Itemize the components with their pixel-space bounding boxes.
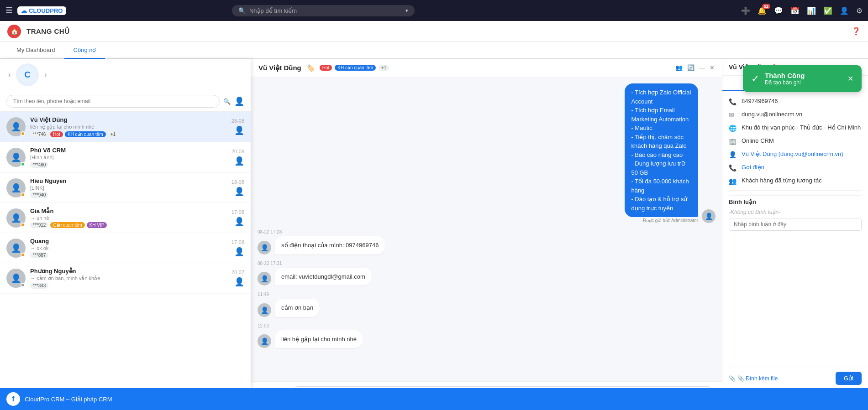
comment-empty: -Không có Bình luận- — [729, 209, 862, 215]
comments-title: Bình luận — [729, 195, 862, 205]
contact-panel: ‹ C › 🔍 👤 👤 Vũ Việt Dũng — [0, 59, 251, 406]
chart-icon[interactable]: 📊 — [807, 6, 816, 15]
msg-group: 12:03 👤 liên hệ gặp lại cho mình nhé — [258, 323, 715, 348]
tabs-bar: My Dashboard Công nợ — [0, 42, 868, 59]
minimize-icon[interactable]: — — [699, 64, 705, 71]
notifications-icon[interactable]: 🔔 52 — [758, 6, 767, 15]
contact-item[interactable]: 👤 Gia Mẫn → uh nè ***912 Cần quan tâm KH… — [0, 203, 251, 233]
hamburger-icon[interactable]: ☰ — [5, 5, 13, 16]
tab-my-dashboard[interactable]: My Dashboard — [7, 42, 64, 59]
info-row-email: ✉ dung.vu@onlinecrm.vn — [729, 111, 862, 119]
contact-preview: → ok ok — [30, 245, 227, 251]
contact-meta: 18-08 👤 — [231, 179, 244, 197]
toast-close-icon[interactable]: ✕ — [847, 74, 853, 83]
contact-name: Phú Võ CRM — [30, 147, 227, 154]
chat-panel: Vũ Việt Dũng 🏷️ Hot KH cần quan tâm +1 👥… — [251, 59, 722, 406]
tag-plus: +1 — [108, 131, 118, 137]
add-icon[interactable]: ➕ — [741, 6, 750, 15]
attach-label: 📎 Đính kèm file — [737, 375, 778, 382]
contact-preview: [LINK] — [30, 185, 227, 191]
message-row: 👤 cảm ơn bạn — [258, 299, 715, 317]
info-row-call: 📞 Gọi điện — [729, 164, 862, 171]
contact-item[interactable]: 👤 Hieu Nguyen [LINK] ***940 18-08 👤 — [0, 173, 251, 203]
chat-icon[interactable]: 💬 — [774, 6, 783, 15]
info-interactions: Khách hàng đã từng tương tác — [742, 177, 822, 184]
contact-tags: ***887 — [30, 252, 227, 258]
success-toast: ✓ Thành Công Đã tạo bản ghi ✕ — [743, 65, 862, 92]
chat-messages: 👤 - Tích hợp Zalo Official Account - Tíc… — [251, 77, 722, 381]
tasks-icon[interactable]: ✅ — [823, 6, 832, 15]
logo-image[interactable]: ☁ CLOUDPRO — [17, 6, 66, 15]
calendar-icon[interactable]: 📅 — [790, 6, 800, 15]
contact-date: 28-07 — [231, 270, 244, 275]
user-icon[interactable]: 👤 — [840, 6, 849, 15]
comment-input[interactable] — [729, 218, 862, 231]
msg-time: 12:03 — [258, 323, 715, 328]
contact-date: 20-08 — [231, 149, 244, 154]
message-row: 👤 liên hệ gặp lại cho mình nhé — [258, 330, 715, 348]
tab-cong-no[interactable]: Công nợ — [64, 42, 105, 59]
chat-contact-name: Vũ Việt Dũng — [258, 64, 301, 72]
contact-meta: 17-08 👤 — [231, 239, 244, 257]
msg-avatar: 👤 — [258, 334, 271, 348]
contact-search-row: 🔍 👤 — [0, 91, 251, 112]
contact-meta: 20-08 👤 — [231, 149, 244, 166]
svg-text:C: C — [25, 70, 31, 79]
status-dot — [21, 131, 25, 136]
contact-name: Vũ Việt Dũng — [30, 116, 227, 123]
contact-info: Phú Võ CRM [Hình ảnh] ***460 — [30, 147, 227, 168]
prev-arrow[interactable]: ‹ — [6, 69, 12, 81]
tag-kh: KH cần quan tâm — [65, 131, 106, 137]
info-owner[interactable]: Vũ Việt Dũng (dung.vu@onlinecrm.vn) — [742, 151, 843, 157]
contact-name: Gia Mẫn — [30, 208, 227, 214]
global-search: 🔍 ▾ — [232, 5, 415, 16]
notification-badge: 52 — [762, 4, 770, 9]
bookmark-icon[interactable]: 🏷️ — [306, 63, 315, 72]
tag: ***912 — [30, 222, 48, 228]
phone-icon: 📞 — [729, 98, 737, 105]
next-arrow[interactable]: › — [42, 69, 48, 81]
search-input[interactable] — [249, 7, 402, 14]
tag: ***343 — [30, 283, 48, 289]
refresh-icon[interactable]: 🔄 — [687, 64, 694, 71]
settings-icon[interactable]: ⚙ — [856, 6, 863, 15]
help-icon[interactable]: ❓ — [852, 27, 861, 36]
contact-item[interactable]: 👤 Phú Võ CRM [Hình ảnh] ***460 20-08 👤 — [0, 142, 251, 173]
contact-search-input[interactable] — [6, 95, 220, 108]
page-icon: 🏠 — [7, 25, 21, 38]
chat-tags: Hot KH cần quan tâm +1 — [320, 65, 389, 71]
contact-item[interactable]: 👤 Quang → ok ok ***887 17-08 👤 — [0, 233, 251, 263]
chat-header-actions: 👥 🔄 — ✕ — [675, 64, 715, 71]
send-button[interactable]: Gửi — [836, 372, 862, 385]
tag: ***887 — [30, 252, 48, 258]
msg-group: 11:49 👤 cảm ơn bạn — [258, 292, 715, 317]
tag-plus: +1 — [379, 65, 389, 71]
user-filter-icon[interactable]: 👤 — [234, 96, 244, 106]
company-icon: 🏢 — [729, 138, 737, 145]
contact-item[interactable]: 👤 Phương Nguyễn → cảm ơn ban, mình vẫn k… — [0, 263, 251, 294]
call-icon: 📞 — [729, 164, 737, 171]
message-bubble: cảm ơn bạn — [275, 299, 320, 317]
close-icon[interactable]: ✕ — [710, 64, 715, 71]
search-submit-icon[interactable]: 🔍 — [223, 98, 231, 105]
msg-avatar: 👤 — [258, 241, 271, 254]
info-call[interactable]: Gọi điện — [742, 164, 764, 171]
tag-vip: KH VIP — [87, 222, 107, 228]
search-dropdown-icon[interactable]: ▾ — [405, 8, 408, 14]
facebook-icon[interactable]: f — [6, 392, 20, 406]
attach-file-btn[interactable]: 📎 📎 Đính kèm file — [729, 375, 778, 382]
tag: ***940 — [30, 192, 48, 198]
tag-hot: Hot — [320, 65, 332, 71]
contact-item[interactable]: 👤 Vũ Việt Dũng liên hệ gặp lại cho mình … — [0, 112, 251, 142]
avatar-wrap: 👤 — [6, 178, 26, 197]
contact-name: Phương Nguyễn — [30, 268, 227, 275]
logo: ☁ CLOUDPRO — [17, 6, 66, 15]
info-row-owner: 👤 Vũ Việt Dũng (dung.vu@onlinecrm.vn) — [729, 151, 862, 158]
check-icon: ✓ — [751, 73, 759, 85]
status-dot — [21, 192, 25, 197]
toast-title: Thành Công — [765, 72, 805, 79]
contact-preview: → cảm ơn ban, mình vẫn khỏe — [30, 275, 227, 281]
avatar-wrap: 👤 — [6, 148, 26, 167]
group-icon[interactable]: 👥 — [675, 64, 683, 71]
msg-sender: Được gửi bởi: Administrator — [643, 218, 698, 223]
